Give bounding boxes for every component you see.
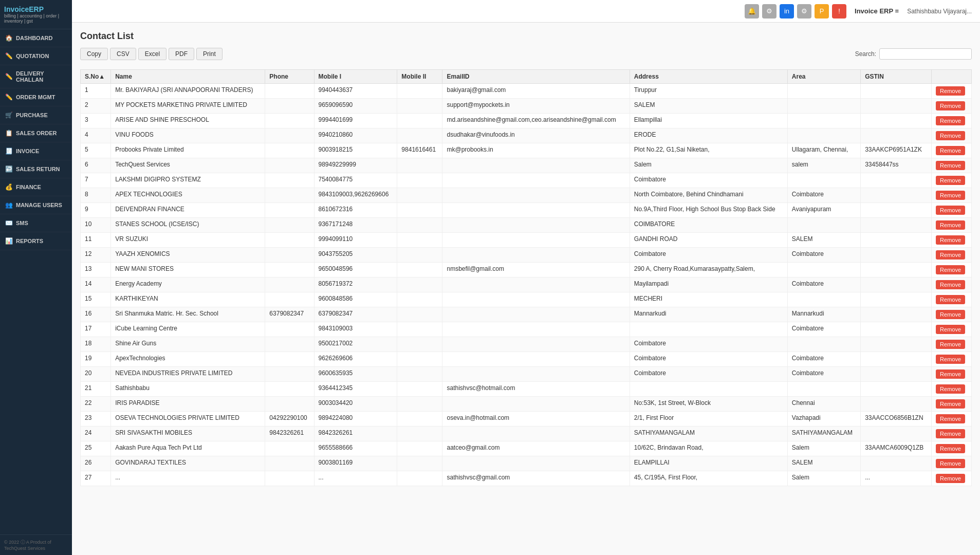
table-row: 6TechQuest Services98949229999Salemsalem… [81,158,972,173]
topbar-bell-icon[interactable]: 🔔 [745,4,759,18]
cell-8 [861,99,932,114]
cell-3: 9600848586 [314,292,397,307]
table-row: 24SRI SIVASAKTHI MOBILES9842326261984232… [81,427,972,441]
sidebar-item-dashboard[interactable]: 🏠DASHBOARD [0,29,72,47]
sidebar-item-sales-return[interactable]: ↩️SALES RETURN [0,160,72,178]
sidebar-item-invoice[interactable]: 🧾INVOICE [0,142,72,160]
cell-1: Sri Shanmuka Matric. Hr. Sec. School [111,307,265,322]
remove-button[interactable]: Remove [936,414,965,423]
remove-button[interactable]: Remove [936,101,965,110]
remove-button[interactable]: Remove [936,146,965,155]
cell-5 [442,158,630,173]
cell-6: Coimbatore [630,352,787,367]
sidebar-item-manage-users[interactable]: 👥MANAGE USERS [0,196,72,214]
table-row: 11VR SUZUKI9994099110GANDHI ROADSALEMRem… [81,233,972,248]
remove-button[interactable]: Remove [936,399,965,409]
col-header-mobilei[interactable]: Mobile I [314,70,397,84]
remove-button[interactable]: Remove [936,116,965,125]
cell-5 [442,248,630,263]
excel-button[interactable]: Excel [138,48,167,60]
remove-button[interactable]: Remove [936,295,965,304]
remove-button[interactable]: Remove [936,459,965,468]
cell-6: 45, C/195A, First Floor, [630,471,787,486]
app-name: InvoiceERP [4,5,68,13]
remove-button[interactable]: Remove [936,86,965,96]
col-header-emailid[interactable]: EmailID [442,70,630,84]
sidebar-item-purchase[interactable]: 🛒PURCHASE [0,106,72,124]
cell-3: 9843109003 [314,322,397,337]
cell-4 [397,427,442,441]
pdf-button[interactable]: PDF [169,48,194,60]
remove-button[interactable]: Remove [936,340,965,349]
remove-button[interactable]: Remove [936,191,965,200]
col-header-area[interactable]: Area [787,70,860,84]
remove-button[interactable]: Remove [936,206,965,215]
cell-6: Mannarkudi [630,307,787,322]
sidebar-item-quotation[interactable]: ✏️QUOTATION [0,47,72,65]
table-row: 14Energy Academy8056719372MayilampadiCoi… [81,278,972,292]
remove-button[interactable]: Remove [936,444,965,453]
cell-0: 22 [81,397,111,412]
cell-6: SATHIYAMANGALAM [630,427,787,441]
remove-button[interactable]: Remove [936,474,965,483]
cell-1: iCube Learning Centre [111,322,265,337]
topbar-settings-icon[interactable]: ⚙ [797,4,811,18]
remove-button[interactable]: Remove [936,280,965,289]
topbar-cog2-icon[interactable]: ⚙ [762,4,776,18]
topbar-alert-icon[interactable]: ! [832,4,846,18]
col-header-sno[interactable]: S.No▲ [81,70,111,84]
csv-button[interactable]: CSV [110,48,136,60]
remove-button[interactable]: Remove [936,176,965,185]
sidebar-item-finance[interactable]: 💰FINANCE [0,178,72,196]
remove-button[interactable]: Remove [936,250,965,260]
col-header-phone[interactable]: Phone [265,70,314,84]
search-label: Search: [855,50,876,58]
col-header-mobileii[interactable]: Mobile II [397,70,442,84]
sidebar-item-order-mgmt[interactable]: ✏️ORDER MGMT [0,88,72,106]
cell-5: bakiyaraj@gmail.com [442,84,630,99]
remove-button[interactable]: Remove [936,429,965,438]
remove-button[interactable]: Remove [936,369,965,379]
remove-cell: Remove [932,352,972,367]
remove-button[interactable]: Remove [936,384,965,394]
remove-cell: Remove [932,203,972,218]
cell-7 [787,382,860,397]
cell-2 [265,292,314,307]
table-row: 5Probooks Private Limited900391821598416… [81,143,972,158]
sidebar-item-sms[interactable]: ✉️SMS [0,214,72,232]
cell-8 [861,173,932,188]
remove-button[interactable]: Remove [936,131,965,140]
cell-7: Coimbatore [787,322,860,337]
search-input[interactable] [879,48,972,60]
cell-3: 98949229999 [314,158,397,173]
remove-button[interactable]: Remove [936,325,965,334]
remove-button[interactable]: Remove [936,265,965,274]
remove-cell: Remove [932,292,972,307]
sidebar-item-reports[interactable]: 📊REPORTS [0,232,72,250]
topbar-p-icon[interactable]: P [815,4,829,18]
cell-0: 7 [81,173,111,188]
print-button[interactable]: Print [196,48,223,60]
topbar-ln-icon[interactable]: in [780,4,794,18]
col-header-[interactable] [932,70,972,84]
sidebar-item-delivery-challan[interactable]: ✏️DELIVERY CHALLAN [0,65,72,88]
table-row: 21Sathishbabu9364412345sathishvsc@hotmai… [81,382,972,397]
remove-button[interactable]: Remove [936,355,965,364]
cell-8 [861,397,932,412]
copy-button[interactable]: Copy [80,48,108,60]
cell-7 [787,173,860,188]
cell-8 [861,456,932,471]
col-header-address[interactable]: Address [630,70,787,84]
cell-1: STANES SCHOOL (ICSE/ISC) [111,218,265,233]
cell-3: 9843109003,9626269606 [314,188,397,203]
remove-button[interactable]: Remove [936,235,965,245]
col-header-gstin[interactable]: GSTIN [861,70,932,84]
remove-button[interactable]: Remove [936,310,965,319]
sidebar-item-sales-order[interactable]: 📋SALES ORDER [0,124,72,142]
cell-1: Energy Academy [111,278,265,292]
cell-6: Coimbatore [630,173,787,188]
remove-button[interactable]: Remove [936,220,965,230]
col-header-name[interactable]: Name [111,70,265,84]
remove-button[interactable]: Remove [936,161,965,170]
cell-0: 2 [81,99,111,114]
